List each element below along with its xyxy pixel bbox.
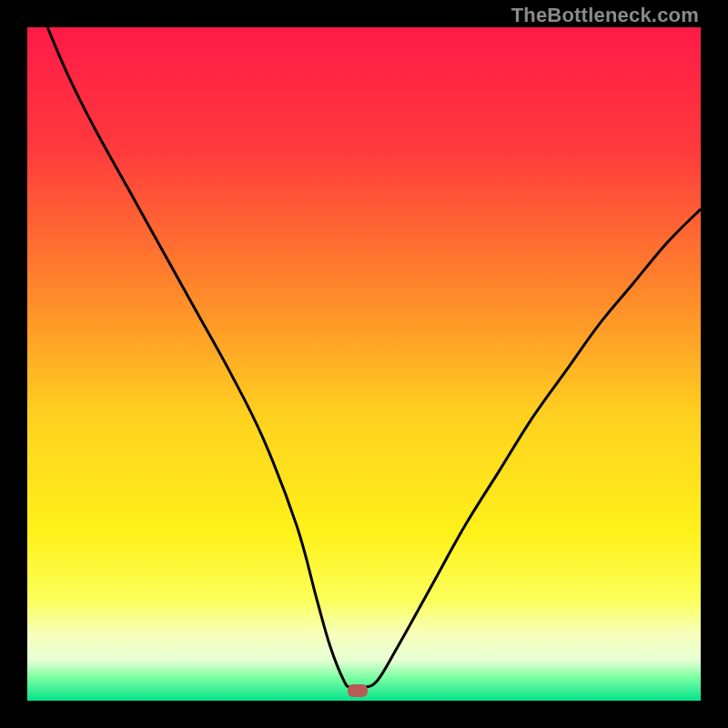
optimum-marker (348, 684, 368, 697)
watermark-text: TheBottleneck.com (511, 4, 699, 27)
bottleneck-curve (27, 27, 701, 701)
plot-area (27, 27, 701, 701)
chart-frame: TheBottleneck.com (0, 0, 728, 728)
